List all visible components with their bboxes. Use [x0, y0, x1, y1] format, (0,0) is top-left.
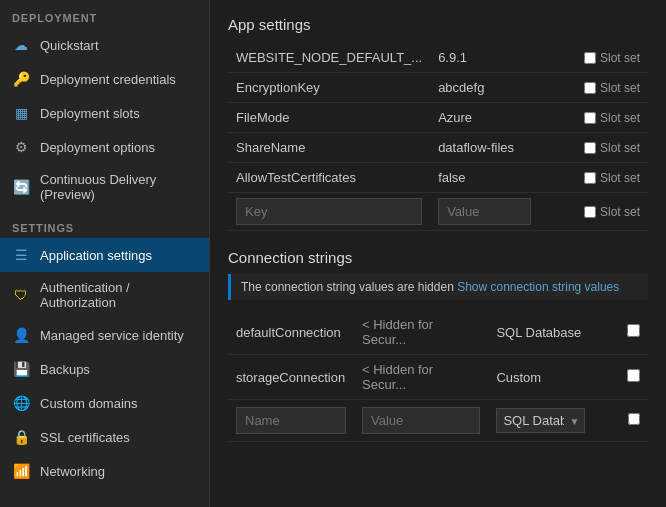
certificate-icon: 🔒 [12, 428, 30, 446]
sidebar-item-custom-domains[interactable]: 🌐 Custom domains [0, 386, 209, 420]
sidebar-item-deployment-credentials[interactable]: 🔑 Deployment credentials [0, 62, 209, 96]
app-settings-title: App settings [228, 16, 648, 33]
setting-key: EncryptionKey [228, 73, 430, 103]
table-row: ShareName dataflow-files Slot set [228, 133, 648, 163]
sidebar-item-continuous-delivery[interactable]: 🔄 Continuous Delivery (Preview) [0, 164, 209, 210]
conn-type: Custom [488, 355, 593, 400]
slot-checkbox-container: Slot set [547, 81, 640, 95]
conn-slot-cell [593, 310, 648, 355]
slot-checkbox-container: Slot set [547, 141, 640, 155]
domain-icon: 🌐 [12, 394, 30, 412]
new-conn-value-input[interactable] [362, 407, 480, 434]
list-icon: ☰ [12, 246, 30, 264]
new-key-input[interactable] [236, 198, 422, 225]
slot-checkbox-container: Slot set [547, 171, 640, 185]
sidebar: DEPLOYMENT ☁ Quickstart 🔑 Deployment cre… [0, 0, 210, 507]
conn-value: < Hidden for Secur... [354, 310, 488, 355]
setting-value: dataflow-files [430, 133, 538, 163]
conn-name: defaultConnection [228, 310, 354, 355]
gear-icon: ⚙ [12, 138, 30, 156]
conn-value: < Hidden for Secur... [354, 355, 488, 400]
app-settings-table: WEBSITE_NODE_DEFAULT_... 6.9.1 Slot set … [228, 43, 648, 231]
slot-checkbox-container: Slot set [547, 111, 640, 125]
slot-label: Slot set [600, 81, 640, 95]
sidebar-item-managed-service-identity[interactable]: 👤 Managed service identity [0, 318, 209, 352]
sidebar-item-ssl-certificates[interactable]: 🔒 SSL certificates [0, 420, 209, 454]
sidebar-item-label: Authentication / Authorization [40, 280, 197, 310]
new-slot-checkbox-container: Slot set [547, 205, 640, 219]
new-conn-name-input[interactable] [236, 407, 346, 434]
slot-cell: Slot set [539, 163, 648, 193]
table-row: FileMode Azure Slot set [228, 103, 648, 133]
new-slot-checkbox[interactable] [584, 206, 596, 218]
sidebar-item-label: Deployment credentials [40, 72, 176, 87]
backup-icon: 💾 [12, 360, 30, 378]
deployment-section-label: DEPLOYMENT [0, 0, 209, 28]
key-icon: 🔑 [12, 70, 30, 88]
new-setting-row: Slot set [228, 193, 648, 231]
sidebar-item-label: Quickstart [40, 38, 99, 53]
sidebar-item-label: Application settings [40, 248, 152, 263]
shield-icon: 🛡 [12, 286, 30, 304]
table-row: AllowTestCertificates false Slot set [228, 163, 648, 193]
slot-checkbox[interactable] [584, 52, 596, 64]
conn-slot-checkbox[interactable] [627, 369, 640, 382]
connection-strings-table: defaultConnection < Hidden for Secur... … [228, 310, 648, 442]
conn-type: SQL Database [488, 310, 593, 355]
setting-key: FileMode [228, 103, 430, 133]
new-connection-row: SQL DatabaseMySQLSQLiteCustom ▼ [228, 400, 648, 442]
slot-cell: Slot set [539, 43, 648, 73]
setting-key: ShareName [228, 133, 430, 163]
table-row: WEBSITE_NODE_DEFAULT_... 6.9.1 Slot set [228, 43, 648, 73]
sidebar-item-label: Backups [40, 362, 90, 377]
sidebar-item-quickstart[interactable]: ☁ Quickstart [0, 28, 209, 62]
slot-checkbox[interactable] [584, 112, 596, 124]
sidebar-item-label: SSL certificates [40, 430, 130, 445]
settings-section-label: SETTINGS [0, 210, 209, 238]
slot-checkbox[interactable] [584, 172, 596, 184]
table-row: defaultConnection < Hidden for Secur... … [228, 310, 648, 355]
delivery-icon: 🔄 [12, 178, 30, 196]
new-value-input[interactable] [438, 198, 530, 225]
slot-cell: Slot set [539, 73, 648, 103]
table-row: EncryptionKey abcdefg Slot set [228, 73, 648, 103]
sidebar-item-deployment-slots[interactable]: ▦ Deployment slots [0, 96, 209, 130]
sidebar-item-networking[interactable]: 📶 Networking [0, 454, 209, 488]
network-icon: 📶 [12, 462, 30, 480]
slot-label: Slot set [600, 111, 640, 125]
hidden-notice-text: The connection string values are hidden [241, 280, 454, 294]
sidebar-item-label: Networking [40, 464, 105, 479]
sidebar-item-deployment-options[interactable]: ⚙ Deployment options [0, 130, 209, 164]
sidebar-item-label: Continuous Delivery (Preview) [40, 172, 197, 202]
setting-key: WEBSITE_NODE_DEFAULT_... [228, 43, 430, 73]
slot-label: Slot set [600, 205, 640, 219]
slot-checkbox[interactable] [584, 142, 596, 154]
sidebar-item-label: Managed service identity [40, 328, 184, 343]
slot-label: Slot set [600, 51, 640, 65]
slot-cell: Slot set [539, 133, 648, 163]
sidebar-item-backups[interactable]: 💾 Backups [0, 352, 209, 386]
db-type-select[interactable]: SQL DatabaseMySQLSQLiteCustom [496, 408, 585, 433]
new-conn-slot-checkbox[interactable] [628, 413, 640, 425]
slot-label: Slot set [600, 171, 640, 185]
setting-value: false [430, 163, 538, 193]
sidebar-item-application-settings[interactable]: ☰ Application settings [0, 238, 209, 272]
conn-slot-checkbox[interactable] [627, 324, 640, 337]
setting-key: AllowTestCertificates [228, 163, 430, 193]
show-connection-values-link[interactable]: Show connection string values [457, 280, 619, 294]
sidebar-item-label: Deployment slots [40, 106, 140, 121]
hidden-notice: The connection string values are hidden … [228, 274, 648, 300]
setting-value: Azure [430, 103, 538, 133]
slot-checkbox[interactable] [584, 82, 596, 94]
setting-value: 6.9.1 [430, 43, 538, 73]
bar-chart-icon: ▦ [12, 104, 30, 122]
sidebar-item-label: Deployment options [40, 140, 155, 155]
sidebar-item-label: Custom domains [40, 396, 138, 411]
slot-checkbox-container: Slot set [547, 51, 640, 65]
table-row: storageConnection < Hidden for Secur... … [228, 355, 648, 400]
sidebar-item-authentication-authorization[interactable]: 🛡 Authentication / Authorization [0, 272, 209, 318]
slot-label: Slot set [600, 141, 640, 155]
connection-strings-title: Connection strings [228, 249, 648, 266]
new-conn-checkbox-cell [593, 400, 648, 442]
setting-value: abcdefg [430, 73, 538, 103]
